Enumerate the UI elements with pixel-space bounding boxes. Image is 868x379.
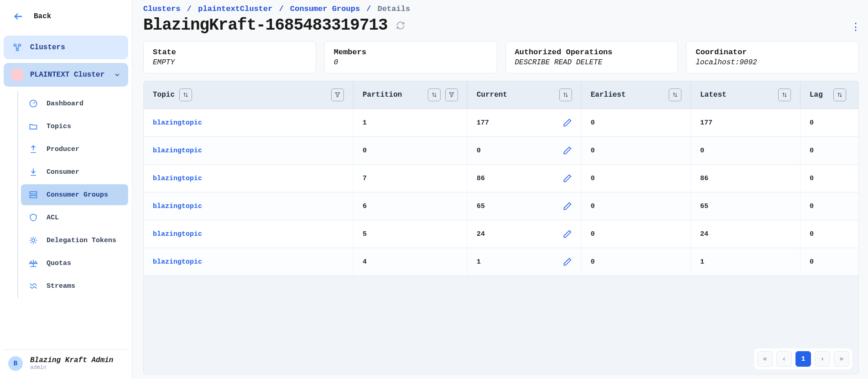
edit-icon[interactable] <box>563 257 572 266</box>
th-label: Latest <box>700 91 727 99</box>
card-label: Members <box>334 48 488 57</box>
page-prev[interactable]: ‹ <box>776 351 792 367</box>
avatar[interactable]: B <box>8 356 23 371</box>
card-authorized-operations: Authorized Operations DESCRIBE READ DELE… <box>505 41 678 73</box>
edit-icon[interactable] <box>563 174 572 183</box>
th-label: Earliest <box>591 91 626 99</box>
page-last[interactable]: » <box>834 351 849 367</box>
sidebar-item-delegation-tokens[interactable]: Delegation Tokens <box>21 230 128 251</box>
download-icon <box>27 166 39 178</box>
sidebar-current-cluster[interactable]: PLAINTEXT Cluster <box>4 63 128 87</box>
current-cluster-label: PLAINTEXT Cluster <box>30 71 104 79</box>
edit-icon[interactable] <box>563 146 572 155</box>
cell-partition: 7 <box>353 165 468 192</box>
sidebar-item-consumer[interactable]: Consumer <box>21 161 128 182</box>
sort-icon[interactable] <box>428 88 441 101</box>
chevron-down-icon <box>114 71 121 78</box>
cell-topic[interactable]: blazingtopic <box>144 220 353 248</box>
breadcrumb-sep: / <box>187 5 192 13</box>
table-row: blazingtopic41010 <box>144 248 858 276</box>
cell-current: 0 <box>468 137 582 164</box>
cell-topic[interactable]: blazingtopic <box>144 137 353 164</box>
back-button[interactable]: Back <box>4 4 128 29</box>
sidebar-item-label: Consumer <box>47 168 79 176</box>
sidebar-item-producer[interactable]: Producer <box>21 139 128 160</box>
card-coordinator: Coordinator localhost:9092 <box>686 41 859 73</box>
edit-icon[interactable] <box>563 118 572 127</box>
main: Clusters / plaintextCluster / Consumer G… <box>132 0 868 379</box>
card-value: localhost:9092 <box>696 58 849 67</box>
cell-current: 1 <box>468 248 582 275</box>
edit-icon[interactable] <box>563 229 572 239</box>
th-label: Current <box>477 91 507 99</box>
edit-icon[interactable] <box>563 202 572 211</box>
cell-current: 65 <box>468 192 582 220</box>
back-label: Back <box>34 12 51 21</box>
cell-latest: 1 <box>691 248 800 275</box>
table-header: Topic Partition Current Earl <box>144 81 858 109</box>
sort-icon[interactable] <box>778 88 791 101</box>
sidebar-item-quotas[interactable]: Quotas <box>21 253 128 274</box>
page-next[interactable]: › <box>815 351 830 367</box>
sidebar-item-dashboard[interactable]: Dashboard <box>21 93 128 114</box>
page-current[interactable]: 1 <box>795 351 811 367</box>
cell-current: 24 <box>468 220 582 248</box>
scale-icon <box>27 257 39 269</box>
sidebar-item-label: Streams <box>47 282 75 290</box>
th-label: Partition <box>363 91 402 99</box>
kebab-menu[interactable]: ⋮ <box>851 21 860 33</box>
breadcrumb-groups[interactable]: Consumer Groups <box>290 5 360 13</box>
user-name: Blazing Kraft Admin <box>30 356 113 364</box>
cell-latest: 177 <box>691 109 800 136</box>
sidebar-item-streams[interactable]: Streams <box>21 275 128 296</box>
card-members: Members 0 <box>324 41 497 73</box>
breadcrumb-cluster[interactable]: plaintextCluster <box>198 5 272 13</box>
svg-rect-6 <box>30 196 37 198</box>
th-latest: Latest <box>691 81 800 109</box>
sort-icon[interactable] <box>833 88 846 101</box>
refresh-icon[interactable] <box>396 21 405 30</box>
sort-icon[interactable] <box>179 88 192 101</box>
cell-earliest: 0 <box>582 248 691 275</box>
filter-icon[interactable] <box>331 88 344 101</box>
cell-latest: 86 <box>691 165 800 192</box>
sidebar-item-label: ACL <box>47 214 59 222</box>
token-icon <box>27 234 39 246</box>
cell-lag: 0 <box>800 220 855 248</box>
cell-topic[interactable]: blazingtopic <box>144 165 353 192</box>
sidebar-item-label: Topics <box>47 123 71 130</box>
svg-point-7 <box>32 239 35 242</box>
table-row: blazingtopic7860860 <box>144 165 858 192</box>
user-role: admin <box>30 364 113 371</box>
cell-topic[interactable]: blazingtopic <box>144 192 353 220</box>
sidebar-item-topics[interactable]: Topics <box>21 116 128 137</box>
sidebar-item-label: Producer <box>47 145 79 153</box>
svg-rect-5 <box>30 192 37 194</box>
group-icon <box>27 189 39 201</box>
sort-icon[interactable] <box>669 88 681 101</box>
th-current: Current <box>468 81 582 109</box>
card-state: State EMPTY <box>143 41 316 73</box>
sidebar-item-consumer-groups[interactable]: Consumer Groups <box>21 184 128 205</box>
arrow-left-icon <box>10 8 26 25</box>
svg-point-3 <box>16 49 19 51</box>
cell-lag: 0 <box>800 137 855 164</box>
cell-lag: 0 <box>800 165 855 192</box>
table-row: blazingtopic6650650 <box>144 192 858 220</box>
table-row: blazingtopic5240240 <box>144 220 858 248</box>
card-value: EMPTY <box>153 58 307 67</box>
breadcrumb-clusters[interactable]: Clusters <box>143 5 181 13</box>
filter-icon[interactable] <box>445 88 458 101</box>
page-first[interactable]: « <box>757 351 773 367</box>
summary-cards: State EMPTY Members 0 Authorized Operati… <box>143 41 859 73</box>
sidebar-clusters[interactable]: Clusters <box>4 36 128 59</box>
cell-earliest: 0 <box>582 165 691 192</box>
cell-partition: 4 <box>353 248 468 275</box>
sort-icon[interactable] <box>559 88 572 101</box>
card-value: DESCRIBE READ DELETE <box>515 58 669 67</box>
card-label: Authorized Operations <box>515 48 669 57</box>
sidebar-item-acl[interactable]: ACL <box>21 207 128 228</box>
cell-topic[interactable]: blazingtopic <box>144 109 353 136</box>
th-label: Lag <box>810 91 823 99</box>
cell-topic[interactable]: blazingtopic <box>144 248 353 275</box>
